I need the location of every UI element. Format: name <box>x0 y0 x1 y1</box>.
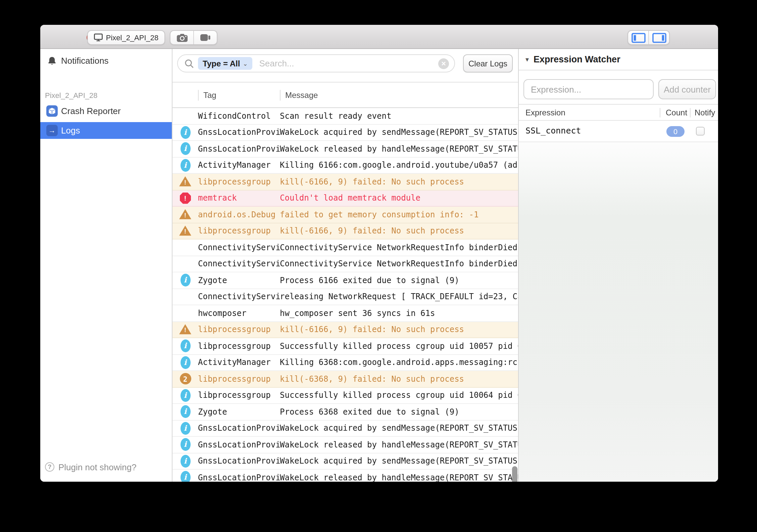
log-row[interactable]: iGnssLocationProviderWakeLock released b… <box>172 141 518 157</box>
sidebar-item-crash-reporter[interactable]: Crash Reporter <box>40 103 172 119</box>
log-level-cell: i <box>172 159 198 172</box>
watcher-row[interactable]: SSL_connect 0 <box>519 121 718 142</box>
log-table-header: Tag Message <box>172 83 518 108</box>
log-row[interactable]: iGnssLocationProviderWakeLock acquired b… <box>172 124 518 141</box>
error-icon: ! <box>180 193 191 204</box>
column-header-notify[interactable]: Notify <box>695 108 715 117</box>
log-row[interactable]: !libprocessgroupkill(-6166, 9) failed: N… <box>172 322 518 338</box>
search-bar[interactable]: Type = All ⌄ ✕ <box>177 54 455 72</box>
log-toolbar: Type = All ⌄ ✕ Clear Logs <box>172 49 518 83</box>
warning-icon: ! <box>179 324 191 335</box>
panel-toggle-group <box>627 30 670 45</box>
log-level-cell: i <box>172 471 198 482</box>
screen-record-button[interactable] <box>193 31 217 44</box>
log-row[interactable]: iGnssLocationProviderWakeLock released b… <box>172 437 518 453</box>
sidebar-item-notifications[interactable]: Notifications <box>40 52 172 69</box>
log-row[interactable]: !android.os.Debugfailed to get memory co… <box>172 207 518 223</box>
bell-icon <box>46 55 58 66</box>
video-camera-icon <box>200 34 211 42</box>
expression-controls: Add counter <box>519 70 718 105</box>
filter-chip-label: Type = All <box>203 59 240 68</box>
device-selector-label: Pixel_2_API_28 <box>106 34 159 42</box>
log-message: WakeLock released by handleMessage(REPOR… <box>280 440 518 449</box>
sidebar-item-logs[interactable]: → Logs <box>40 122 172 139</box>
log-tag: GnssLocationProvider <box>198 440 280 449</box>
log-rows: WificondControlScan result ready eventiG… <box>172 108 518 482</box>
log-tag: WificondControl <box>198 111 280 121</box>
camera-icon <box>176 33 188 42</box>
log-tag: libprocessgroup <box>198 374 280 384</box>
log-tag: libprocessgroup <box>198 325 280 334</box>
log-tag: memtrack <box>198 194 280 203</box>
log-message: WakeLock acquired by sendMessage(REPORT_… <box>280 457 518 466</box>
log-row[interactable]: iGnssLocationProviderWakeLock released b… <box>172 470 518 482</box>
clear-logs-button[interactable]: Clear Logs <box>463 54 513 72</box>
log-row[interactable]: !libprocessgroupkill(-6166, 9) failed: N… <box>172 174 518 190</box>
log-row[interactable]: iGnssLocationProviderWakeLock acquired b… <box>172 420 518 437</box>
log-row[interactable]: iActivityManagerKilling 6368:com.google.… <box>172 355 518 371</box>
log-row[interactable]: ConnectivityServiceConnectivityService N… <box>172 240 518 256</box>
log-row[interactable]: iGnssLocationProviderWakeLock acquired b… <box>172 453 518 470</box>
log-level-cell: i <box>172 389 198 402</box>
info-icon: i <box>180 143 190 155</box>
expression-watcher-title: Expression Watcher <box>534 54 620 64</box>
screenshot-button[interactable] <box>170 31 193 44</box>
column-header-message[interactable]: Message <box>285 91 318 100</box>
clear-search-icon[interactable]: ✕ <box>438 58 449 69</box>
log-message: WakeLock acquired by sendMessage(REPORT_… <box>280 128 518 137</box>
expression-watcher-header[interactable]: ▾ Expression Watcher <box>519 49 718 70</box>
plugin-not-showing-link[interactable]: ? Plugin not showing? <box>45 460 137 474</box>
notify-checkbox[interactable] <box>696 127 705 136</box>
sidebar: Notifications Pixel_2_API_28 Crash Repor… <box>40 49 172 482</box>
info-icon: i <box>180 126 190 139</box>
titlebar[interactable]: Pixel_2_API_28 <box>40 25 718 49</box>
toggle-left-panel-button[interactable] <box>628 31 648 44</box>
log-row[interactable]: WificondControlScan result ready event <box>172 108 518 124</box>
log-message: kill(-6368, 9) failed: No such process <box>280 374 518 384</box>
log-tag: ConnectivityService <box>198 259 280 269</box>
log-row[interactable]: ConnectivityServicereleasing NetworkRequ… <box>172 289 518 305</box>
log-row[interactable]: ilibprocessgroupSuccessfully killed proc… <box>172 387 518 404</box>
info-icon: i <box>180 274 190 287</box>
log-row[interactable]: hwcomposerhw_composer sent 36 syncs in 6… <box>172 305 518 322</box>
log-row[interactable]: !memtrackCouldn't load memtrack module <box>172 190 518 207</box>
log-tag: GnssLocationProvider <box>198 473 280 482</box>
search-input[interactable] <box>258 58 438 69</box>
info-icon: i <box>180 356 190 369</box>
log-tag: GnssLocationProvider <box>198 424 280 433</box>
desktop: Pixel_2_API_28 <box>0 0 757 532</box>
log-row[interactable]: ConnectivityServiceConnectivityService N… <box>172 256 518 272</box>
log-message: Killing 6166:com.google.android.youtube/… <box>280 161 518 170</box>
log-row[interactable]: iZygoteProcess 6166 exited due to signal… <box>172 272 518 289</box>
log-tag: hwcomposer <box>198 309 280 318</box>
log-row[interactable]: ilibprocessgroupSuccessfully killed proc… <box>172 338 518 355</box>
log-message: kill(-6166, 9) failed: No such process <box>280 226 518 236</box>
info-icon: i <box>180 406 190 418</box>
column-header-tag[interactable]: Tag <box>203 91 216 100</box>
log-message: kill(-6166, 9) failed: No such process <box>280 325 518 334</box>
log-tag: GnssLocationProvider <box>198 128 280 137</box>
add-counter-label: Add counter <box>664 84 711 94</box>
log-message: WakeLock acquired by sendMessage(REPORT_… <box>280 424 518 433</box>
log-row[interactable]: iZygoteProcess 6368 exited due to signal… <box>172 404 518 420</box>
expression-input[interactable] <box>523 79 654 99</box>
filter-chip-type-all[interactable]: Type = All ⌄ <box>198 57 252 70</box>
log-tag: ActivityManager <box>198 358 280 367</box>
column-header-expression[interactable]: Expression <box>525 108 565 117</box>
warning-icon: ! <box>179 209 191 220</box>
log-message: failed to get memory consumption info: -… <box>280 210 518 219</box>
collapse-triangle-icon[interactable]: ▾ <box>525 56 529 63</box>
log-message: hw_composer sent 36 syncs in 61s <box>280 309 518 318</box>
log-message: Process 6368 exited due to signal (9) <box>280 407 518 417</box>
log-row[interactable]: 2libprocessgroupkill(-6368, 9) failed: N… <box>172 371 518 387</box>
log-message: Successfully killed process cgroup uid 1… <box>280 341 518 351</box>
add-counter-button[interactable]: Add counter <box>658 79 716 99</box>
column-header-count[interactable]: Count <box>666 108 687 117</box>
vertical-scrollbar[interactable] <box>512 466 517 482</box>
device-selector-button[interactable]: Pixel_2_API_28 <box>87 30 165 45</box>
toggle-right-panel-button[interactable] <box>648 31 669 44</box>
log-level-cell: ! <box>172 193 198 204</box>
log-row[interactable]: !libprocessgroupkill(-6166, 9) failed: N… <box>172 223 518 240</box>
log-row[interactable]: iActivityManagerKilling 6166:com.google.… <box>172 157 518 174</box>
right-panel-icon <box>652 33 666 43</box>
